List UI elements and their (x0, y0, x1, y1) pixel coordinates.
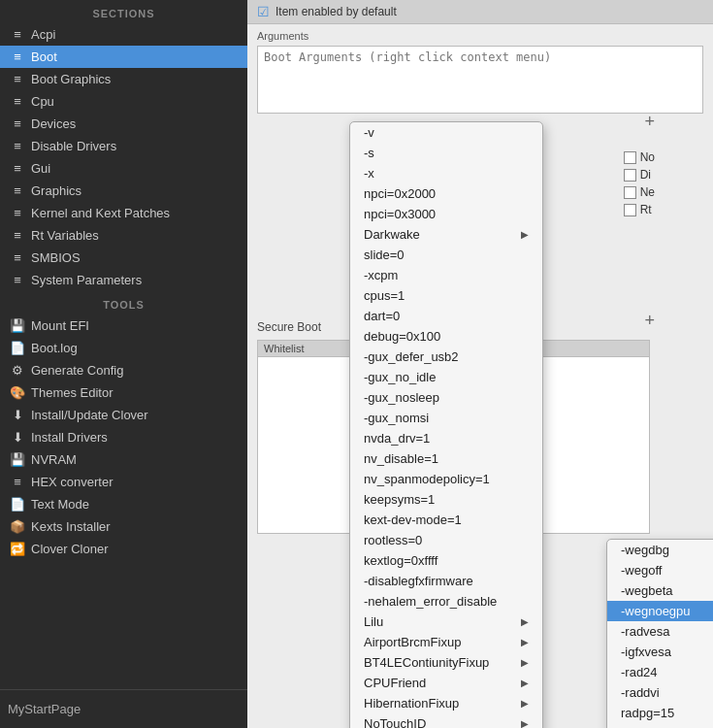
menu-item-kextlog[interactable]: kextlog=0xffff (350, 550, 542, 571)
sidebar-item-label: SMBIOS (31, 250, 81, 265)
sidebar-item-graphics[interactable]: ≡ Graphics (0, 180, 247, 202)
menu-item-v[interactable]: -v (350, 122, 542, 143)
my-start-page[interactable]: MyStartPage (0, 689, 247, 728)
hex-icon: ≡ (10, 475, 25, 489)
my-start-page-label: MyStartPage (8, 702, 81, 716)
menu-item-cpus1[interactable]: cpus=1 (350, 285, 542, 306)
menu-item-cpufriend[interactable]: CPUFriend (350, 673, 542, 693)
sidebar-item-boot[interactable]: ≡ Boot (0, 46, 247, 68)
sidebar-item-clover-cloner[interactable]: 🔁 Clover Cloner (0, 538, 247, 560)
sidebar-item-text-mode[interactable]: 📄 Text Mode (0, 493, 247, 515)
sidebar-item-disable-drivers[interactable]: ≡ Disable Drivers (0, 135, 247, 157)
submenu-item-wegdbg[interactable]: -wegdbg (607, 540, 713, 560)
submenu-item-wegbeta[interactable]: -wegbeta (607, 580, 713, 601)
list-icon: ≡ (10, 50, 25, 64)
submenu-item-igfxvesa[interactable]: -igfxvesa (607, 642, 713, 662)
checkbox-no-input[interactable] (624, 151, 636, 164)
sidebar-item-smbios[interactable]: ≡ SMBIOS (0, 247, 247, 269)
menu-item-nehalem[interactable]: -nehalem_error_disable (350, 591, 542, 612)
checkbox-di-label: Di (640, 168, 651, 182)
submenu-item-wegoff[interactable]: -wegoff (607, 560, 713, 580)
menu-item-dart0[interactable]: dart=0 (350, 306, 542, 326)
sidebar-item-system-parameters[interactable]: ≡ System Parameters (0, 269, 247, 291)
submenu-item-wegnoegpu[interactable]: -wegnoegpu (607, 601, 713, 621)
add-boot-arg-button[interactable]: + (644, 112, 655, 132)
text-icon: 📄 (10, 497, 25, 512)
menu-item-npci2000[interactable]: npci=0x2000 (350, 183, 542, 204)
menu-item-gux-nosleep[interactable]: -gux_nosleep (350, 387, 542, 408)
checkbox-di: Di (624, 168, 651, 182)
menu-item-slide0[interactable]: slide=0 (350, 245, 542, 265)
sidebar-item-label: System Parameters (31, 273, 142, 287)
list-icon: ≡ (10, 273, 25, 287)
checkbox-area: No Di Ne Rt (624, 150, 655, 216)
menu-item-lilu[interactable]: Lilu (350, 612, 542, 632)
sidebar-item-devices[interactable]: ≡ Devices (0, 113, 247, 135)
menu-item-nv-disable[interactable]: nv_disable=1 (350, 448, 542, 469)
menu-item-gux-no-idle[interactable]: -gux_no_idle (350, 367, 542, 387)
menu-item-keepsyms[interactable]: keepsyms=1 (350, 489, 542, 510)
submenu-item-rad24[interactable]: -rad24 (607, 662, 713, 682)
nvram-icon: 💾 (10, 452, 25, 467)
sidebar-item-label: Boot Graphics (31, 72, 111, 86)
sidebar-item-rt-variables[interactable]: ≡ Rt Variables (0, 224, 247, 247)
menu-item-x[interactable]: -x (350, 163, 542, 183)
checkbox-di-input[interactable] (624, 169, 636, 182)
sidebar-item-hex-converter[interactable]: ≡ HEX converter (0, 471, 247, 493)
arguments-section: Arguments (247, 24, 713, 122)
sidebar-item-kernel-kext[interactable]: ≡ Kernel and Kext Patches (0, 202, 247, 224)
list-icon: ≡ (10, 94, 25, 109)
submenu-item-raddvi[interactable]: -raddvi (607, 682, 713, 703)
menu-item-nvda[interactable]: nvda_drv=1 (350, 428, 542, 448)
checkbox-ne-label: Ne (640, 185, 655, 199)
sidebar-item-gui[interactable]: ≡ Gui (0, 157, 247, 180)
sidebar-item-generate-config[interactable]: ⚙ Generate Config (0, 359, 247, 381)
sidebar-item-boot-log[interactable]: 📄 Boot.log (0, 337, 247, 359)
sidebar-item-acpi[interactable]: ≡ Acpi (0, 23, 247, 46)
log-icon: 📄 (10, 341, 25, 355)
menu-item-xcpm[interactable]: -xcpm (350, 265, 542, 285)
menu-item-rootless[interactable]: rootless=0 (350, 530, 542, 550)
sidebar-item-install-clover[interactable]: ⬇ Install/Update Clover (0, 404, 247, 426)
menu-item-gux-nomsi[interactable]: -gux_nomsi (350, 408, 542, 428)
whatevergreen-submenu: -wegdbg -wegoff -wegbeta -wegnoegpu -rad… (606, 539, 713, 728)
sections-header: SECTIONS (0, 0, 247, 23)
sidebar-item-mount-efi[interactable]: 💾 Mount EFI (0, 314, 247, 337)
sidebar-item-label: Rt Variables (31, 228, 99, 243)
drivers-icon: ⬇ (10, 430, 25, 445)
sidebar-item-themes-editor[interactable]: 🎨 Themes Editor (0, 381, 247, 404)
sidebar-item-kexts-installer[interactable]: 📦 Kexts Installer (0, 515, 247, 538)
sidebar-item-label: Cpu (31, 94, 54, 109)
sidebar-item-boot-graphics[interactable]: ≡ Boot Graphics (0, 68, 247, 90)
submenu-item-agdpmod-vit9696[interactable]: agdpmod=vit9696 (607, 723, 713, 728)
arguments-label: Arguments (257, 30, 703, 42)
kexts-icon: 📦 (10, 519, 25, 534)
checkbox-ne: Ne (624, 185, 655, 199)
menu-item-airport[interactable]: AirportBrcmFixup (350, 632, 542, 652)
sidebar-item-install-drivers[interactable]: ⬇ Install Drivers (0, 426, 247, 448)
menu-item-kext-dev-mode[interactable]: kext-dev-mode=1 (350, 510, 542, 530)
list-icon: ≡ (10, 72, 25, 86)
menu-item-npci3000[interactable]: npci=0x3000 (350, 204, 542, 224)
install-icon: ⬇ (10, 408, 25, 422)
menu-item-disablegfx[interactable]: -disablegfxfirmware (350, 571, 542, 591)
title-bar: ☑ Item enabled by default (247, 0, 713, 24)
menu-item-gux-defer[interactable]: -gux_defer_usb2 (350, 347, 542, 367)
sidebar-item-cpu[interactable]: ≡ Cpu (0, 90, 247, 113)
whitelist-add-button[interactable]: + (644, 311, 655, 331)
submenu-item-radvesa[interactable]: -radvesa (607, 621, 713, 642)
sidebar-item-nvram[interactable]: 💾 NVRAM (0, 448, 247, 471)
boot-args-input[interactable] (257, 46, 703, 114)
menu-item-bt4le[interactable]: BT4LEContiunityFixup (350, 652, 542, 673)
submenu-item-radpg15[interactable]: radpg=15 (607, 703, 713, 723)
tools-header: TOOLS (0, 291, 247, 314)
menu-item-darkwake[interactable]: Darkwake (350, 224, 542, 245)
menu-item-notouchid[interactable]: NoTouchID (350, 713, 542, 728)
menu-item-nv-span[interactable]: nv_spanmodepolicy=1 (350, 469, 542, 489)
menu-item-hibernation[interactable]: HibernationFixup (350, 693, 542, 713)
context-menu: -v -s -x npci=0x2000 npci=0x3000 Darkwak… (349, 121, 543, 728)
checkbox-rt-input[interactable] (624, 204, 636, 216)
menu-item-s[interactable]: -s (350, 143, 542, 163)
checkbox-ne-input[interactable] (624, 186, 636, 199)
menu-item-debug[interactable]: debug=0x100 (350, 326, 542, 347)
